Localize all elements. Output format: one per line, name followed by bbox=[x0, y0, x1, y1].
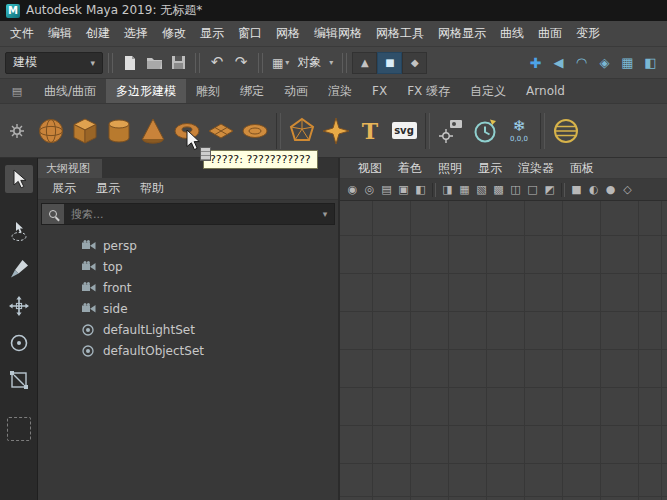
viewport-canvas[interactable] bbox=[340, 201, 667, 500]
viewport-menu-panels[interactable]: 面板 bbox=[562, 160, 602, 177]
outliner-item-front[interactable]: front bbox=[38, 277, 338, 298]
wireframe-icon[interactable]: ■ bbox=[568, 184, 585, 195]
new-scene-button[interactable] bbox=[118, 51, 142, 75]
shelf-item-sweep-sphere[interactable] bbox=[549, 108, 583, 154]
status-group-grip[interactable] bbox=[108, 53, 113, 73]
snap-to-view-planes-button[interactable]: ▦ bbox=[616, 51, 639, 74]
shelf-tab-custom[interactable]: 自定义 bbox=[460, 79, 516, 103]
image-plane-icon[interactable]: ◧ bbox=[412, 184, 429, 195]
outliner-menu-help[interactable]: 帮助 bbox=[132, 180, 172, 197]
undo-button[interactable]: ↶ bbox=[205, 51, 229, 75]
shaded-icon[interactable]: ◐ bbox=[585, 184, 602, 195]
search-input[interactable]: 搜索... bbox=[64, 207, 316, 222]
menu-display[interactable]: 显示 bbox=[193, 21, 231, 46]
shelf-tab-sculpting[interactable]: 雕刻 bbox=[186, 79, 230, 103]
viewport-menu-view[interactable]: 视图 bbox=[350, 160, 390, 177]
viewport-menu-show[interactable]: 显示 bbox=[470, 160, 510, 177]
status-group-grip[interactable] bbox=[342, 53, 347, 73]
lock-camera-icon[interactable]: ◎ bbox=[361, 184, 378, 195]
menu-surfaces[interactable]: 曲面 bbox=[531, 21, 569, 46]
shelf-tab-fx[interactable]: FX bbox=[362, 79, 397, 103]
shelf-tab-curves-surfaces[interactable]: 曲线/曲面 bbox=[34, 79, 106, 103]
resolution-gate-icon[interactable]: ◫ bbox=[507, 184, 524, 195]
menu-mesh-tools[interactable]: 网格工具 bbox=[369, 21, 431, 46]
bookmark-icon[interactable]: ▣ bbox=[395, 184, 412, 195]
select-object-button[interactable]: ■ bbox=[377, 52, 402, 74]
gate-mask-icon[interactable]: □ bbox=[524, 184, 541, 195]
snap-to-grids-button[interactable]: ✚ bbox=[524, 51, 547, 74]
shelf-item-svg-tool[interactable]: svg bbox=[387, 108, 421, 154]
search-filter-button[interactable] bbox=[42, 204, 64, 224]
move-tool-button[interactable] bbox=[5, 292, 33, 320]
select-tool-button[interactable] bbox=[5, 165, 33, 193]
menu-mesh[interactable]: 网格 bbox=[269, 21, 307, 46]
menu-modify[interactable]: 修改 bbox=[155, 21, 193, 46]
shelf-item-super-shape[interactable] bbox=[319, 108, 353, 154]
menu-select[interactable]: 选择 bbox=[117, 21, 155, 46]
snap-to-projected-center-button[interactable]: ◈ bbox=[593, 51, 616, 74]
shelf-item-bake-history[interactable] bbox=[468, 108, 502, 154]
lights-icon[interactable]: ◇ bbox=[619, 184, 636, 195]
outliner-item-default-light-set[interactable]: defaultLightSet bbox=[38, 319, 338, 340]
outliner-item-top[interactable]: top bbox=[38, 256, 338, 277]
shelf-item-type-tool[interactable]: T bbox=[353, 108, 387, 154]
search-options-button[interactable]: ▾ bbox=[316, 209, 334, 219]
shelf-tab-rendering[interactable]: 渲染 bbox=[318, 79, 362, 103]
last-tool-slot[interactable] bbox=[7, 417, 31, 441]
shelf-menu-button[interactable]: ▤ bbox=[0, 79, 34, 103]
outliner-item-side[interactable]: side bbox=[38, 298, 338, 319]
textured-icon[interactable]: ● bbox=[602, 184, 619, 195]
shelf-options-button[interactable] bbox=[0, 123, 34, 139]
shelf-item-poly-cylinder[interactable] bbox=[102, 108, 136, 154]
viewport-menu-lighting[interactable]: 照明 bbox=[430, 160, 470, 177]
menu-file[interactable]: 文件 bbox=[3, 21, 41, 46]
menu-deform[interactable]: 变形 bbox=[569, 21, 607, 46]
menu-windows[interactable]: 窗口 bbox=[231, 21, 269, 46]
select-hierarchy-button[interactable]: ▲ bbox=[352, 52, 377, 74]
shelf-item-poly-cube[interactable] bbox=[68, 108, 102, 154]
camera-attributes-icon[interactable]: ▤ bbox=[378, 184, 395, 195]
menu-curves[interactable]: 曲线 bbox=[493, 21, 531, 46]
shelf-item-freeze-transform[interactable]: ❄ 0,0,0 bbox=[502, 108, 536, 154]
shelf-item-platonic-solid[interactable] bbox=[285, 108, 319, 154]
shelf-item-poly-disc[interactable] bbox=[238, 108, 272, 154]
paint-select-tool-button[interactable] bbox=[5, 255, 33, 283]
select-camera-icon[interactable]: ◉ bbox=[344, 184, 361, 195]
rotate-tool-button[interactable] bbox=[5, 329, 33, 357]
menu-edit[interactable]: 编辑 bbox=[41, 21, 79, 46]
two-d-pan-zoom-icon[interactable]: ◨ bbox=[439, 184, 456, 195]
menu-set-dropdown[interactable]: 建模 ▾ bbox=[5, 52, 103, 74]
menu-create[interactable]: 创建 bbox=[79, 21, 117, 46]
outliner-item-default-object-set[interactable]: defaultObjectSet bbox=[38, 340, 338, 361]
snap-to-curves-button[interactable]: ◀ bbox=[547, 51, 570, 74]
select-component-button[interactable]: ◆ bbox=[402, 52, 427, 74]
open-scene-button[interactable] bbox=[142, 51, 166, 75]
lasso-tool-button[interactable] bbox=[5, 218, 33, 246]
shelf-tab-animation[interactable]: 动画 bbox=[274, 79, 318, 103]
scale-tool-button[interactable] bbox=[5, 366, 33, 394]
snap-to-points-button[interactable]: ◠ bbox=[570, 51, 593, 74]
viewport-menu-shading[interactable]: 着色 bbox=[390, 160, 430, 177]
redo-button[interactable]: ↷ bbox=[229, 51, 253, 75]
menu-edit-mesh[interactable]: 编辑网格 bbox=[307, 21, 369, 46]
field-chart-icon[interactable]: ◩ bbox=[541, 184, 558, 195]
status-group-grip[interactable] bbox=[195, 53, 200, 73]
shelf-tab-rigging[interactable]: 绑定 bbox=[230, 79, 274, 103]
film-gate-icon[interactable]: ▩ bbox=[490, 184, 507, 195]
grease-pencil-icon[interactable]: ▦ bbox=[456, 184, 473, 195]
make-live-button[interactable]: ◧ bbox=[639, 51, 662, 74]
shelf-item-aim-camera[interactable] bbox=[434, 108, 468, 154]
shelf-tab-fx-caching[interactable]: FX 缓存 bbox=[397, 79, 460, 103]
viewport-menu-renderer[interactable]: 渲染器 bbox=[510, 160, 562, 177]
shelf-tab-poly-modeling[interactable]: 多边形建模 bbox=[106, 79, 186, 103]
grid-toggle-icon[interactable]: ▧ bbox=[473, 184, 490, 195]
outliner-menu-show[interactable]: 显示 bbox=[88, 180, 128, 197]
shelf-item-poly-cone[interactable] bbox=[136, 108, 170, 154]
save-scene-button[interactable] bbox=[166, 51, 190, 75]
selection-mask-dropdown[interactable]: ▦ ▾ bbox=[268, 52, 293, 74]
shelf-item-poly-sphere[interactable] bbox=[34, 108, 68, 154]
outliner-menu-display[interactable]: 展示 bbox=[44, 180, 84, 197]
shelf-tab-arnold[interactable]: Arnold bbox=[516, 79, 575, 103]
status-group-grip[interactable] bbox=[258, 53, 263, 73]
selection-mask-presets-dropdown[interactable]: ▾ bbox=[325, 52, 337, 74]
